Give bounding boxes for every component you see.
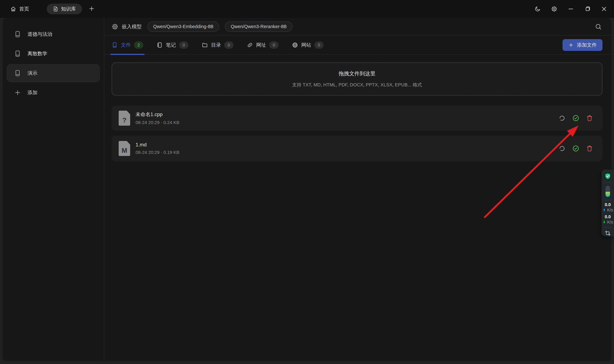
window-body: 道德与法治 离散数学 演示 添加 嵌入模型 [0,18,614,364]
delete-file-button[interactable] [586,115,593,122]
tab-count-badge: 0 [224,41,234,49]
notebook-icon [157,42,163,48]
sidebar-item-label: 离散数学 [28,50,47,57]
sidebar-add-label: 添加 [28,89,37,96]
theme-toggle-button[interactable] [534,5,541,13]
file-icon-letter: M [119,147,130,154]
gear-icon [551,6,558,12]
upload-speed-row: K/s [602,208,613,212]
file-icon-letter: ? [119,116,130,124]
upload-speed-value: 0.0 [605,202,611,207]
add-file-button[interactable]: 添加文件 [562,39,602,51]
download-speed-unit: K/s [607,220,613,225]
file-dropzone[interactable]: 拖拽文件到这里 支持 TXT, MD, HTML, PDF, DOCX, PPT… [112,62,602,96]
tab-label: 笔记 [166,42,176,48]
close-icon [601,6,607,12]
moon-icon [534,6,541,12]
knowledge-base-sidebar: 道德与法治 离散数学 演示 添加 [2,18,104,361]
trash-icon [586,145,593,152]
link-icon [247,42,253,48]
add-file-button-label: 添加文件 [577,42,597,48]
file-meta: 08-24 20:29 · 0.19 KB [136,150,179,155]
search-icon[interactable] [595,23,602,30]
minimize-button[interactable] [567,5,574,13]
book-icon [14,50,21,57]
tab-directory[interactable]: 目录 0 [202,36,234,54]
file-row-cpp[interactable]: ? 未命名1.cpp 08-24 20:29 · 0.24 KB [112,105,602,131]
tab-count-badge: 0 [179,41,188,49]
usage-capsule-gauge [605,186,610,197]
embedding-success-status-icon [572,115,579,122]
refresh-icon [558,145,566,152]
file-row-md[interactable]: M 1.md 08-24 20:29 · 0.19 KB [112,136,602,161]
file-name: 1.md [136,142,179,148]
reprocess-file-button[interactable] [558,145,566,152]
plus-icon [568,42,574,48]
home-label: 首页 [19,6,29,12]
check-circle-icon [572,115,579,122]
knowledge-base-tab[interactable]: 知识库 [47,4,82,14]
plus-icon [88,5,95,12]
titlebar: 首页 知识库 [0,0,614,18]
file-list-area: 拖拽文件到这里 支持 TXT, MD, HTML, PDF, DOCX, PPT… [104,55,612,361]
reranker-model-tag[interactable]: Qwen/Qwen3-Reranker-8B [225,22,293,32]
book-icon [14,70,21,77]
dropzone-formats-hint: 支持 TXT, MD, HTML, PDF, DOCX, PPTX, XLSX,… [292,82,422,88]
knowledge-base-tab-label: 知识库 [61,6,76,12]
sidebar-item-kb-1[interactable]: 离散数学 [7,45,100,63]
tab-files[interactable]: 文件 2 [112,36,143,54]
tab-label: 文件 [121,42,131,48]
sidebar-item-kb-2-active[interactable]: 演示 [7,64,100,82]
settings-button[interactable] [551,5,558,13]
divider [604,182,612,183]
tab-label: 网站 [301,42,311,48]
tab-notes[interactable]: 笔记 0 [157,36,188,54]
file-info: 未命名1.cpp 08-24 20:29 · 0.24 KB [136,111,179,125]
plus-icon [14,89,21,96]
file-actions [558,145,593,152]
trash-icon [586,115,593,122]
minimize-icon [568,6,574,12]
upload-arrow-icon [602,208,606,212]
tab-count-badge: 0 [269,41,279,49]
sidebar-item-label: 演示 [28,70,37,77]
close-button[interactable] [600,5,608,13]
new-tab-button[interactable] [88,5,95,13]
dropzone-title: 拖拽文件到这里 [339,70,376,77]
book-icon [112,42,118,48]
file-name: 未命名1.cpp [136,111,179,118]
file-info: 1.md 08-24 20:29 · 0.19 KB [136,142,179,155]
home-nav-button[interactable]: 首页 [10,6,29,12]
delete-file-button[interactable] [586,145,593,152]
download-speed-row: K/s [602,220,613,225]
tab-sites[interactable]: 网站 0 [292,36,324,54]
embedding-model-tag[interactable]: Qwen/Qwen3-Embedding-8B [147,22,219,32]
main-panel: 道德与法治 离散数学 演示 添加 嵌入模型 [2,18,612,361]
security-shield-check-icon [605,173,611,179]
tab-label: 目录 [211,42,221,48]
sidebar-item-kb-0[interactable]: 道德与法治 [7,25,100,43]
embedding-settings-gear-icon[interactable] [112,23,118,30]
titlebar-controls [524,5,608,13]
tab-count-badge: 0 [314,41,324,49]
tab-urls[interactable]: 网址 0 [247,36,279,54]
globe-icon [292,42,298,48]
file-meta: 08-24 20:29 · 0.24 KB [136,120,179,125]
upload-speed-unit: K/s [607,208,613,212]
reprocess-file-button[interactable] [558,115,566,122]
sidebar-item-label: 道德与法治 [28,31,52,38]
sidebar-add-kb-button[interactable]: 添加 [7,84,100,102]
embedding-model-label: 嵌入模型 [122,23,142,30]
home-icon [10,6,16,12]
screenshot-crop-icon[interactable] [604,230,611,236]
check-circle-icon [572,145,579,152]
divider [604,227,612,228]
download-speed-value: 0.0 [605,214,611,219]
download-arrow-icon [602,220,606,224]
refresh-icon [558,115,566,122]
restore-window-button[interactable] [584,5,591,13]
file-search-icon [53,6,58,12]
system-monitor-widget[interactable]: 0.0 K/s 0.0 K/s [601,169,614,236]
restore-icon [584,6,591,12]
file-type-icon-markdown: M [119,141,130,156]
